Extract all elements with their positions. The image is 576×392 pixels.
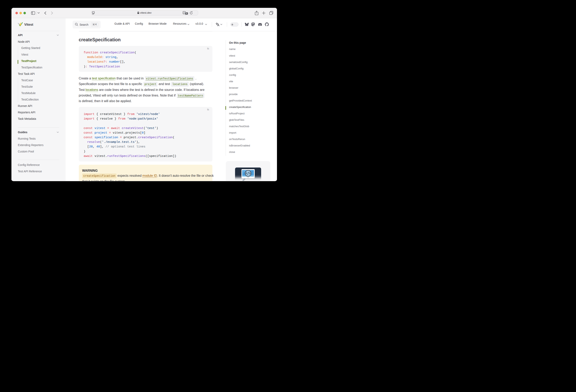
svg-text:A: A xyxy=(183,12,185,14)
